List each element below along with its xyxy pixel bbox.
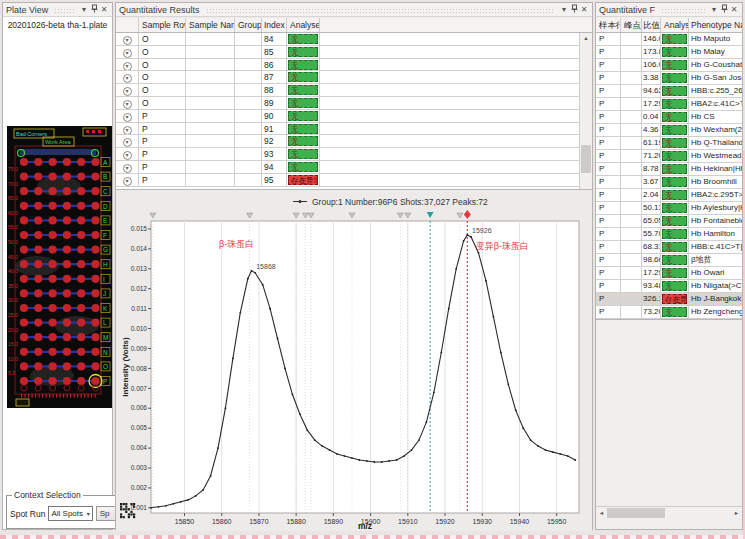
table-row[interactable]: ▾P95存在异常 xyxy=(116,174,592,187)
table-row[interactable]: ▾O85无 xyxy=(116,46,592,59)
panel-menu-icon[interactable]: ▾ xyxy=(709,5,719,14)
table-row[interactable]: P73.20无Hb Zengcheng xyxy=(596,306,742,319)
empty-cell xyxy=(320,84,592,96)
scroll-left-icon[interactable]: ◄ xyxy=(596,507,607,519)
application-window: Plate View ▾ ✕ 20201026-beta tha-1.plate… xyxy=(0,0,745,539)
expand-row-icon[interactable]: ▾ xyxy=(123,62,132,71)
table-row[interactable]: P98.66无β地贫 xyxy=(596,254,742,267)
column-header-analyse[interactable]: Analyse xyxy=(661,18,689,32)
table-row[interactable]: P4.36无Hb Wexham(2- xyxy=(596,124,742,137)
phenotype-horizontal-scrollbar[interactable]: ◄ ► xyxy=(596,506,742,519)
panel-menu-icon[interactable]: ▾ xyxy=(559,5,569,14)
close-icon[interactable]: ✕ xyxy=(579,5,589,14)
pin-icon[interactable] xyxy=(89,4,99,15)
table-row[interactable]: ▾P91无 xyxy=(116,123,592,136)
table-row[interactable]: ▾P94无 xyxy=(116,161,592,174)
results-vertical-scrollbar[interactable]: ▲ ▼ xyxy=(579,33,592,190)
svg-text:45.0: 45.0 xyxy=(8,254,18,260)
table-row[interactable]: P61.19无Hb Q-Thailand xyxy=(596,137,742,150)
sample-row-cell: P xyxy=(596,137,621,149)
peak-cell xyxy=(621,293,642,305)
pin-icon[interactable] xyxy=(719,4,729,15)
table-row[interactable]: ▾P93无 xyxy=(116,148,592,161)
column-header-analyse[interactable]: Analyse xyxy=(287,18,320,32)
table-row[interactable]: P55.70无Hb Hamilton xyxy=(596,228,742,241)
table-row[interactable]: P106.08无Hb G-Coushatta xyxy=(596,59,742,72)
plate-view-header[interactable]: Plate View ▾ ✕ xyxy=(3,3,112,17)
peak-cell xyxy=(621,98,642,110)
table-row[interactable]: P146.08无Hb Maputo xyxy=(596,33,742,46)
scroll-right-icon[interactable]: ► xyxy=(731,507,742,519)
expand-row-icon[interactable]: ▾ xyxy=(123,151,132,160)
scroll-up-icon[interactable]: ▲ xyxy=(580,33,592,44)
analyse-cell: 无 xyxy=(287,123,320,135)
table-row[interactable]: P173.84无Hb Malay xyxy=(596,46,742,59)
table-row[interactable]: P17.29无HBA2:c.41C>T| xyxy=(596,98,742,111)
column-header-group[interactable]: Group xyxy=(235,18,262,32)
expand-row-icon[interactable]: ▾ xyxy=(123,49,132,58)
pin-icon[interactable] xyxy=(569,4,579,15)
spot-button[interactable]: Sp xyxy=(96,506,117,521)
table-row[interactable]: P93.48无Hb Niigata(>C) xyxy=(596,280,742,293)
table-row[interactable]: P50.13无Hb Aylesbury|H xyxy=(596,202,742,215)
scrollbar-thumb[interactable] xyxy=(607,508,665,518)
table-row[interactable]: ▾O88无 xyxy=(116,84,592,97)
table-row[interactable]: P68.31无HBB:c.41C>T|H xyxy=(596,241,742,254)
expand-row-icon[interactable]: ▾ xyxy=(123,177,132,186)
close-icon[interactable]: ✕ xyxy=(99,5,109,14)
column-header-sample-row-cn[interactable]: 样本行 xyxy=(596,18,621,32)
sample-row-cell: P xyxy=(596,163,621,175)
table-row[interactable]: ▾O86无 xyxy=(116,59,592,72)
expand-row-icon[interactable]: ▾ xyxy=(123,113,132,122)
column-header-peak-cn[interactable]: 峰点 xyxy=(621,18,642,32)
table-row[interactable]: ▾O87无 xyxy=(116,71,592,84)
column-header-index[interactable]: Index xyxy=(262,18,287,32)
table-row[interactable]: P8.78无Hb Hekinan|Hb xyxy=(596,163,742,176)
spectrum-chart[interactable]: 1585015860158701588015890159001591015920… xyxy=(116,191,592,531)
expand-row-icon[interactable]: ▾ xyxy=(123,126,132,135)
table-row[interactable]: P2.04无HBA2:c.295T>G xyxy=(596,189,742,202)
table-row[interactable]: ▾O84无 xyxy=(116,33,592,46)
plate-image[interactable]: Bad CornersWork AreaABCDEFGHIJKLMNOP75.0… xyxy=(7,126,112,408)
table-row[interactable]: ▾P90无 xyxy=(116,110,592,123)
quantitative-results-header[interactable]: Quantitative Results ▾ ✕ xyxy=(116,3,592,17)
column-header-expander[interactable] xyxy=(116,18,139,32)
table-row[interactable]: P3.67无Hb Broomhill xyxy=(596,176,742,189)
svg-text:10.0: 10.0 xyxy=(8,356,18,362)
table-row[interactable]: P3.38无Hb G-San José xyxy=(596,72,742,85)
table-row[interactable]: P65.05无Hb Fontaineble xyxy=(596,215,742,228)
plate-filename[interactable]: 20201026-beta tha-1.plate xyxy=(3,20,112,30)
group-cell xyxy=(235,123,262,135)
expand-row-icon[interactable]: ▾ xyxy=(123,100,132,109)
chart-annotation: 15868 xyxy=(256,263,276,270)
analyse-cell: 无 xyxy=(661,150,689,162)
analyse-status-badge: 无 xyxy=(288,149,318,159)
expand-row-icon[interactable]: ▾ xyxy=(123,138,132,147)
table-row[interactable]: P326.17存在异常Hb J-Bangkok xyxy=(596,293,742,306)
table-row[interactable]: ▾O89无 xyxy=(116,97,592,110)
panel-menu-icon[interactable]: ▾ xyxy=(79,5,89,14)
analyse-status-badge: 无 xyxy=(288,98,318,108)
ratio-cell: 93.48 xyxy=(642,280,661,292)
row-expander-cell: ▾ xyxy=(116,84,139,96)
expand-row-icon[interactable]: ▾ xyxy=(123,164,132,173)
expand-row-icon[interactable]: ▾ xyxy=(123,36,132,45)
svg-text:0.005: 0.005 xyxy=(131,424,148,431)
column-header-sample-name[interactable]: Sample Name xyxy=(186,18,235,32)
spot-run-select[interactable]: All Spots ▾ xyxy=(48,506,92,521)
table-row[interactable]: P94.62无HBB:c.255_264| xyxy=(596,85,742,98)
expand-row-icon[interactable]: ▾ xyxy=(123,74,132,83)
expand-row-icon[interactable]: ▾ xyxy=(123,87,132,96)
table-row[interactable]: P17.29无Hb Owari xyxy=(596,267,742,280)
table-row[interactable]: ▾P92无 xyxy=(116,135,592,148)
column-header-sample-row[interactable]: Sample Row xyxy=(139,18,186,32)
table-row[interactable]: P71.20无Hb Westmead xyxy=(596,150,742,163)
table-row[interactable]: P0.04无Hb CS xyxy=(596,111,742,124)
column-header-phenotype-name[interactable]: Phenotype Name xyxy=(689,18,742,32)
group-cell xyxy=(235,33,262,45)
close-icon[interactable]: ✕ xyxy=(729,5,739,14)
quantitative-phenotype-header[interactable]: Quantitative F ▾ ✕ xyxy=(596,3,742,17)
scrollbar-thumb[interactable] xyxy=(581,145,591,173)
svg-text:5.0: 5.0 xyxy=(8,370,15,376)
column-header-ratio-cn[interactable]: 比值 xyxy=(642,18,661,32)
